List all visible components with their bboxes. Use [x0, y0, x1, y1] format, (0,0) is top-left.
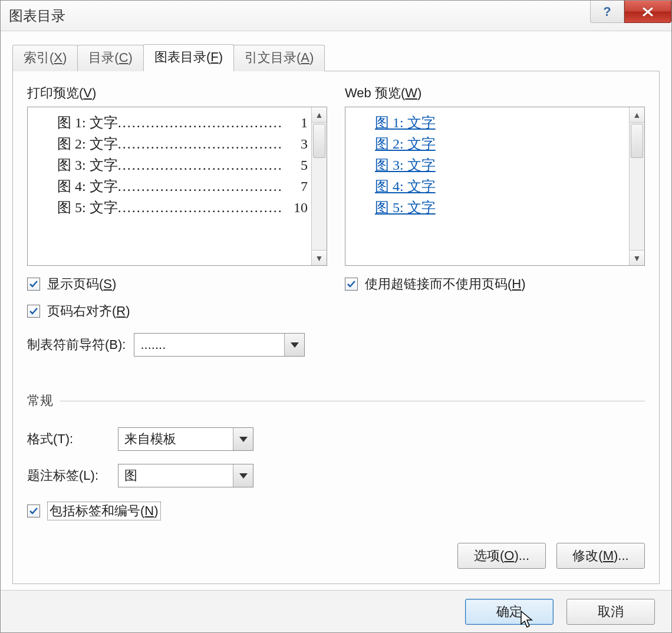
window-buttons: ?	[590, 1, 671, 24]
tab-figures[interactable]: 图表目录(F)	[143, 44, 234, 71]
print-preview-box: 图 1: 文字.................................…	[27, 107, 327, 266]
table-of-figures-dialog: 图表目录 ? 索引(X) 目录(C) 图表目录(F) 引文目录(A)	[0, 0, 672, 633]
checkbox-icon	[27, 305, 40, 318]
ok-button[interactable]: 确定	[465, 599, 554, 625]
list-item: 图 5: 文字	[375, 197, 625, 218]
scroll-down-icon[interactable]: ▼	[630, 250, 644, 265]
scroll-thumb[interactable]	[313, 124, 325, 158]
help-button[interactable]: ?	[590, 1, 624, 23]
list-item: 图 1: 文字.................................…	[57, 112, 308, 133]
caption-label-row: 题注标签(L): 图	[27, 464, 645, 487]
scrollbar[interactable]: ▲ ▼	[311, 107, 327, 265]
list-item: 图 5: 文字.................................…	[57, 197, 308, 218]
close-icon	[641, 7, 654, 17]
options-button[interactable]: 选项(O)...	[457, 543, 546, 569]
print-preview-list: 图 1: 文字.................................…	[28, 107, 311, 265]
list-item: 图 2: 文字.................................…	[57, 133, 308, 154]
caption-label-label: 题注标签(L):	[27, 467, 110, 484]
secondary-buttons: 选项(O)... 修改(M)...	[27, 543, 645, 569]
print-preview-heading: 打印预览(V)	[27, 84, 327, 102]
modify-button[interactable]: 修改(M)...	[556, 543, 645, 569]
show-page-numbers-checkbox[interactable]: 显示页码(S)	[27, 275, 327, 293]
dialog-body: 索引(X) 目录(C) 图表目录(F) 引文目录(A) 打印预览(V)	[1, 31, 671, 590]
tab-leader-label: 制表符前导符(B):	[27, 336, 126, 354]
format-row: 格式(T): 来自模板	[27, 427, 645, 451]
scroll-track[interactable]	[312, 123, 327, 250]
web-preview-section: Web 预览(W) 图 1: 文字 图 2: 文字 图 3: 文字 图 4: 文…	[345, 84, 645, 357]
dropdown-button[interactable]	[284, 334, 304, 356]
list-item: 图 2: 文字	[375, 133, 625, 154]
tab-row: 索引(X) 目录(C) 图表目录(F) 引文目录(A)	[12, 44, 660, 71]
dropdown-button[interactable]	[233, 464, 253, 487]
use-hyperlinks-checkbox[interactable]: 使用超链接而不使用页码(H)	[345, 275, 645, 293]
list-item: 图 3: 文字.................................…	[57, 154, 308, 176]
scrollbar[interactable]: ▲ ▼	[629, 107, 644, 265]
tab-leader-row: 制表符前导符(B): .......	[27, 333, 327, 357]
web-preview-heading: Web 预览(W)	[345, 84, 645, 102]
cancel-button[interactable]: 取消	[566, 599, 655, 625]
scroll-up-icon[interactable]: ▲	[630, 107, 644, 123]
dialog-footer: 确定 取消	[1, 590, 671, 632]
format-label: 格式(T):	[27, 430, 110, 448]
scroll-up-icon[interactable]: ▲	[312, 107, 327, 123]
scroll-track[interactable]	[630, 123, 644, 250]
tab-content: 打印预览(V) 图 1: 文字.........................…	[12, 71, 660, 584]
checkbox-icon	[27, 505, 40, 517]
tab-index[interactable]: 索引(X)	[12, 45, 78, 71]
include-label-number-checkbox[interactable]: 包括标签和编号(N)	[27, 502, 645, 520]
scroll-down-icon[interactable]: ▼	[312, 250, 327, 265]
chevron-down-icon	[291, 342, 299, 348]
chevron-down-icon	[239, 437, 248, 442]
tab-toc[interactable]: 目录(C)	[77, 45, 144, 71]
close-button[interactable]	[624, 1, 671, 23]
checkbox-icon	[345, 278, 358, 291]
web-preview-list: 图 1: 文字 图 2: 文字 图 3: 文字 图 4: 文字 图 5: 文字	[345, 107, 629, 265]
list-item: 图 4: 文字	[375, 176, 625, 197]
tab-leader-combo[interactable]: .......	[134, 333, 305, 357]
list-item: 图 4: 文字.................................…	[57, 176, 308, 197]
dropdown-button[interactable]	[233, 428, 253, 450]
list-item: 图 3: 文字	[375, 154, 625, 176]
tab-citations[interactable]: 引文目录(A)	[233, 45, 325, 71]
caption-label-combo[interactable]: 图	[118, 464, 253, 487]
format-combo[interactable]: 来自模板	[118, 427, 253, 451]
dialog-title: 图表目录	[9, 6, 65, 25]
list-item: 图 1: 文字	[375, 112, 625, 133]
print-preview-section: 打印预览(V) 图 1: 文字.........................…	[27, 84, 327, 357]
general-heading: 常规	[27, 392, 645, 410]
scroll-thumb[interactable]	[631, 124, 643, 158]
checkbox-icon	[27, 278, 40, 291]
titlebar: 图表目录 ?	[1, 1, 671, 31]
right-align-page-numbers-checkbox[interactable]: 页码右对齐(R)	[27, 302, 327, 320]
web-preview-box: 图 1: 文字 图 2: 文字 图 3: 文字 图 4: 文字 图 5: 文字 …	[345, 107, 645, 266]
help-icon: ?	[603, 4, 611, 19]
chevron-down-icon	[239, 473, 248, 479]
